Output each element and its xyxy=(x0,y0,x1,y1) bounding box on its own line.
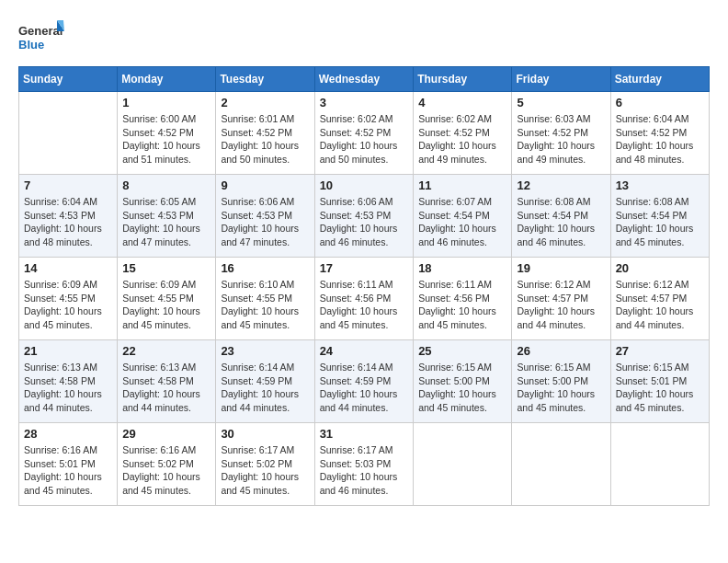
calendar-cell xyxy=(414,423,512,506)
calendar-cell: 3Sunrise: 6:02 AM Sunset: 4:52 PM Daylig… xyxy=(314,92,414,175)
day-info: Sunrise: 6:13 AM Sunset: 4:58 PM Dayligh… xyxy=(24,361,112,415)
day-number: 22 xyxy=(122,344,210,358)
day-number: 25 xyxy=(418,344,506,358)
day-info: Sunrise: 6:13 AM Sunset: 4:58 PM Dayligh… xyxy=(122,361,210,415)
day-info: Sunrise: 6:12 AM Sunset: 4:57 PM Dayligh… xyxy=(517,278,605,332)
weekday-header-wednesday: Wednesday xyxy=(314,67,414,92)
day-number: 27 xyxy=(616,344,704,358)
calendar-header: SundayMondayTuesdayWednesdayThursdayFrid… xyxy=(19,67,710,92)
calendar-cell: 16Sunrise: 6:10 AM Sunset: 4:55 PM Dayli… xyxy=(216,258,314,340)
day-number: 2 xyxy=(221,96,309,109)
day-number: 3 xyxy=(320,96,409,109)
calendar-cell: 14Sunrise: 6:09 AM Sunset: 4:55 PM Dayli… xyxy=(19,258,118,340)
day-info: Sunrise: 6:15 AM Sunset: 5:00 PM Dayligh… xyxy=(418,361,506,415)
day-info: Sunrise: 6:08 AM Sunset: 4:54 PM Dayligh… xyxy=(517,195,605,249)
day-number: 15 xyxy=(122,261,210,275)
calendar-cell: 23Sunrise: 6:14 AM Sunset: 4:59 PM Dayli… xyxy=(216,340,314,423)
day-number: 30 xyxy=(221,427,309,441)
day-info: Sunrise: 6:01 AM Sunset: 4:52 PM Dayligh… xyxy=(221,112,309,167)
calendar-cell: 28Sunrise: 6:16 AM Sunset: 5:01 PM Dayli… xyxy=(19,423,118,506)
day-number: 16 xyxy=(221,261,309,275)
day-number: 21 xyxy=(24,344,112,358)
day-info: Sunrise: 6:03 AM Sunset: 4:52 PM Dayligh… xyxy=(517,112,605,167)
calendar-cell: 10Sunrise: 6:06 AM Sunset: 4:53 PM Dayli… xyxy=(314,175,414,258)
calendar-cell: 9Sunrise: 6:06 AM Sunset: 4:53 PM Daylig… xyxy=(216,175,314,258)
weekday-header-sunday: Sunday xyxy=(19,67,118,92)
calendar-cell: 7Sunrise: 6:04 AM Sunset: 4:53 PM Daylig… xyxy=(19,175,118,258)
weekday-header-saturday: Saturday xyxy=(610,67,709,92)
week-row: 21Sunrise: 6:13 AM Sunset: 4:58 PM Dayli… xyxy=(19,340,710,423)
svg-text:Blue: Blue xyxy=(18,38,44,52)
week-row: 1Sunrise: 6:00 AM Sunset: 4:52 PM Daylig… xyxy=(19,92,710,175)
calendar-cell: 24Sunrise: 6:14 AM Sunset: 4:59 PM Dayli… xyxy=(314,340,414,423)
day-number: 26 xyxy=(517,344,605,358)
calendar-cell: 29Sunrise: 6:16 AM Sunset: 5:02 PM Dayli… xyxy=(118,423,216,506)
day-number: 20 xyxy=(616,261,704,275)
calendar-cell: 20Sunrise: 6:12 AM Sunset: 4:57 PM Dayli… xyxy=(610,258,709,340)
calendar-cell: 27Sunrise: 6:15 AM Sunset: 5:01 PM Dayli… xyxy=(610,340,709,423)
svg-text:General: General xyxy=(18,24,63,38)
calendar-cell: 4Sunrise: 6:02 AM Sunset: 4:52 PM Daylig… xyxy=(414,92,512,175)
day-number: 9 xyxy=(221,178,309,192)
weekday-header-tuesday: Tuesday xyxy=(216,67,314,92)
calendar-cell: 2Sunrise: 6:01 AM Sunset: 4:52 PM Daylig… xyxy=(216,92,314,175)
day-number: 14 xyxy=(24,261,112,275)
calendar-cell xyxy=(512,423,610,506)
day-number: 8 xyxy=(122,178,210,192)
header: General Blue xyxy=(18,18,710,57)
day-info: Sunrise: 6:16 AM Sunset: 5:01 PM Dayligh… xyxy=(24,443,112,498)
day-number: 11 xyxy=(418,178,506,192)
day-number: 7 xyxy=(24,178,112,192)
weekday-row: SundayMondayTuesdayWednesdayThursdayFrid… xyxy=(19,67,710,92)
day-info: Sunrise: 6:16 AM Sunset: 5:02 PM Dayligh… xyxy=(122,443,210,498)
day-number: 29 xyxy=(122,427,210,441)
calendar-cell: 1Sunrise: 6:00 AM Sunset: 4:52 PM Daylig… xyxy=(118,92,216,175)
calendar-cell: 21Sunrise: 6:13 AM Sunset: 4:58 PM Dayli… xyxy=(19,340,118,423)
calendar-cell: 8Sunrise: 6:05 AM Sunset: 4:53 PM Daylig… xyxy=(118,175,216,258)
day-number: 5 xyxy=(517,96,605,109)
day-info: Sunrise: 6:10 AM Sunset: 4:55 PM Dayligh… xyxy=(221,278,309,332)
calendar-cell: 26Sunrise: 6:15 AM Sunset: 5:00 PM Dayli… xyxy=(512,340,610,423)
day-info: Sunrise: 6:05 AM Sunset: 4:53 PM Dayligh… xyxy=(122,195,210,249)
calendar-cell xyxy=(610,423,709,506)
day-number: 4 xyxy=(418,96,506,109)
day-info: Sunrise: 6:11 AM Sunset: 4:56 PM Dayligh… xyxy=(418,278,506,332)
day-number: 28 xyxy=(24,427,112,441)
day-info: Sunrise: 6:06 AM Sunset: 4:53 PM Dayligh… xyxy=(221,195,309,249)
day-number: 1 xyxy=(122,96,210,109)
day-info: Sunrise: 6:09 AM Sunset: 4:55 PM Dayligh… xyxy=(24,278,112,332)
day-number: 18 xyxy=(418,261,506,275)
day-number: 10 xyxy=(320,178,409,192)
day-info: Sunrise: 6:15 AM Sunset: 5:01 PM Dayligh… xyxy=(616,361,704,415)
calendar: SundayMondayTuesdayWednesdayThursdayFrid… xyxy=(18,66,710,506)
calendar-cell: 17Sunrise: 6:11 AM Sunset: 4:56 PM Dayli… xyxy=(314,258,414,340)
day-number: 12 xyxy=(517,178,605,192)
calendar-cell: 22Sunrise: 6:13 AM Sunset: 4:58 PM Dayli… xyxy=(118,340,216,423)
week-row: 7Sunrise: 6:04 AM Sunset: 4:53 PM Daylig… xyxy=(19,175,710,258)
logo: General Blue xyxy=(18,18,64,57)
day-number: 24 xyxy=(320,344,409,358)
calendar-cell: 25Sunrise: 6:15 AM Sunset: 5:00 PM Dayli… xyxy=(414,340,512,423)
day-number: 6 xyxy=(616,96,704,109)
day-number: 13 xyxy=(616,178,704,192)
day-info: Sunrise: 6:08 AM Sunset: 4:54 PM Dayligh… xyxy=(616,195,704,249)
calendar-cell xyxy=(19,92,118,175)
day-info: Sunrise: 6:14 AM Sunset: 4:59 PM Dayligh… xyxy=(320,361,409,415)
calendar-body: 1Sunrise: 6:00 AM Sunset: 4:52 PM Daylig… xyxy=(19,92,710,506)
day-info: Sunrise: 6:11 AM Sunset: 4:56 PM Dayligh… xyxy=(320,278,409,332)
calendar-cell: 6Sunrise: 6:04 AM Sunset: 4:52 PM Daylig… xyxy=(610,92,709,175)
day-number: 23 xyxy=(221,344,309,358)
calendar-cell: 19Sunrise: 6:12 AM Sunset: 4:57 PM Dayli… xyxy=(512,258,610,340)
day-info: Sunrise: 6:17 AM Sunset: 5:02 PM Dayligh… xyxy=(221,443,309,498)
week-row: 28Sunrise: 6:16 AM Sunset: 5:01 PM Dayli… xyxy=(19,423,710,506)
day-info: Sunrise: 6:15 AM Sunset: 5:00 PM Dayligh… xyxy=(517,361,605,415)
calendar-cell: 18Sunrise: 6:11 AM Sunset: 4:56 PM Dayli… xyxy=(414,258,512,340)
day-number: 17 xyxy=(320,261,409,275)
calendar-cell: 15Sunrise: 6:09 AM Sunset: 4:55 PM Dayli… xyxy=(118,258,216,340)
calendar-cell: 5Sunrise: 6:03 AM Sunset: 4:52 PM Daylig… xyxy=(512,92,610,175)
day-info: Sunrise: 6:04 AM Sunset: 4:52 PM Dayligh… xyxy=(616,112,704,167)
weekday-header-thursday: Thursday xyxy=(414,67,512,92)
day-number: 19 xyxy=(517,261,605,275)
day-info: Sunrise: 6:02 AM Sunset: 4:52 PM Dayligh… xyxy=(320,112,409,167)
day-number: 31 xyxy=(320,427,409,441)
